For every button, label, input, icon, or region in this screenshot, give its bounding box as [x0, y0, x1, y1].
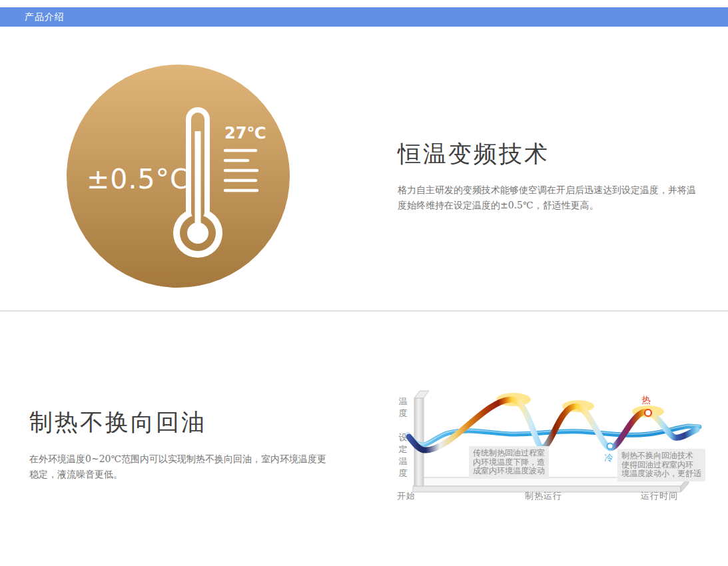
feature2-description: 在外环境温度0~20℃范围内可以实现制热不换向回油，室内环境温度更 稳定，液流噪…	[29, 451, 342, 482]
annotation-new-tech-line1: 制热不换向回油技术	[621, 451, 701, 461]
feature2-description-line1: 在外环境温度0~20℃范围内可以实现制热不换向回油，室内环境温度更	[29, 453, 326, 464]
x-axis-label-run-time: 运行时间	[641, 490, 678, 502]
hot-label: 热	[641, 394, 651, 405]
x-axis-label-start: 开始	[397, 490, 416, 502]
thermometer-badge: 27℃ ±0.5°C	[67, 65, 290, 288]
product-intro-page: 产品介绍	[0, 0, 728, 566]
feature2-heading: 制热不换向回油	[29, 408, 206, 436]
annotation-new-tech: 制热不换向回油技术 使得回油过程室内环 境温度波动小，更舒适	[617, 449, 705, 481]
temperature-chart-plot: 热 冷	[392, 385, 705, 506]
feature2-description-line2: 稳定，液流噪音更低。	[29, 469, 123, 479]
section-header-bar: 产品介绍	[0, 7, 728, 27]
annotation-traditional-line1: 传统制热回油过程室	[473, 449, 545, 458]
y-axis-label-temperature: 温度	[398, 396, 408, 420]
feature1-heading: 恒温变频技术	[398, 140, 549, 168]
feature1-description: 格力自主研发的变频技术能够使空调在开启后迅速达到设定温度，并将温 度始终维持在设…	[398, 182, 711, 213]
feature1-description-line1: 格力自主研发的变频技术能够使空调在开启后迅速达到设定温度，并将温	[398, 184, 696, 195]
tolerance-label: ±0.5°C	[87, 163, 190, 195]
annotation-traditional-line2: 内环境温度下降，造	[473, 458, 545, 467]
temperature-chart: 热 冷 温度 设定温度 开始 制热运行 运行时间 传统制热回油过程室 内环境温度…	[392, 385, 711, 508]
y-axis-label-set-temperature: 设定温度	[398, 431, 408, 479]
feature1-description-line2: 度始终维持在设定温度的±0.5℃，舒适性更高。	[398, 200, 599, 210]
thermometer-icon: 27℃ ±0.5°C	[67, 65, 290, 288]
annotation-traditional-line3: 成室内环境温度波动	[473, 467, 545, 476]
temperature-label: 27℃	[224, 124, 266, 142]
x-axis-label-heating-run: 制热运行	[525, 490, 562, 502]
cold-label: 冷	[604, 452, 613, 463]
section-divider	[0, 310, 728, 312]
annotation-new-tech-line3: 境温度波动小，更舒适	[621, 469, 701, 479]
annotation-new-tech-line2: 使得回油过程室内环	[621, 461, 701, 470]
annotation-traditional: 传统制热回油过程室 内环境温度下降，造 成室内环境温度波动	[469, 446, 549, 479]
page-title: 产品介绍	[0, 7, 728, 27]
